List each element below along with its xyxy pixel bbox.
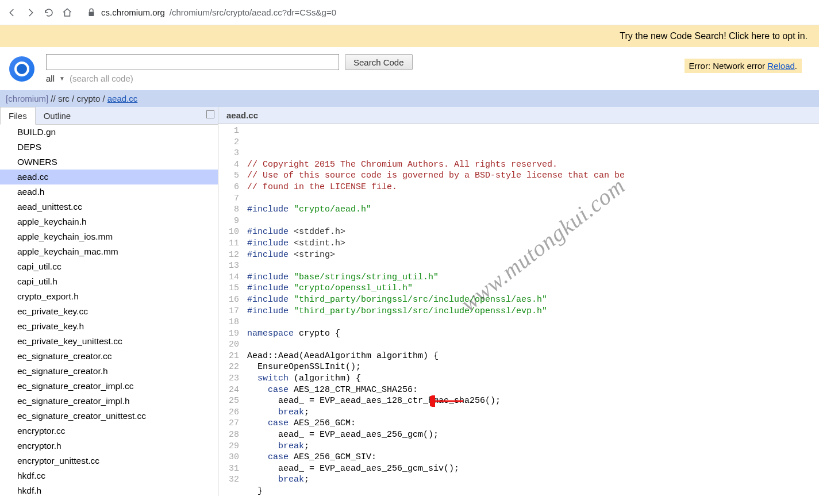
- sidebar-tabs: Files Outline: [0, 107, 218, 125]
- file-item[interactable]: encryptor.cc: [0, 424, 218, 438]
- file-item[interactable]: ec_signature_creator_unittest.cc: [0, 409, 218, 424]
- forward-icon[interactable]: [25, 7, 36, 18]
- line-number-gutter: 1234567891011121314151617181920212223242…: [218, 125, 244, 496]
- file-list[interactable]: BUILD.gnDEPSOWNERSaead.ccaead.haead_unit…: [0, 125, 218, 496]
- file-item[interactable]: BUILD.gn: [0, 125, 218, 140]
- error-badge: Error: Network error Reload.: [685, 59, 802, 73]
- code-line: #include "base/strings/string_util.h": [247, 272, 625, 283]
- search-scope[interactable]: all ▼ (search all code): [46, 74, 413, 83]
- file-item[interactable]: encryptor.h: [0, 438, 218, 453]
- svg-rect-0: [89, 11, 94, 16]
- code-line: break;: [247, 474, 625, 486]
- breadcrumb: [chromium] // src / crypto / aead.cc: [0, 90, 819, 107]
- search-input[interactable]: [46, 54, 339, 70]
- content: aead.cc 12345678910111213141516171819202…: [218, 107, 819, 496]
- code-line: #include <stdint.h>: [247, 238, 625, 249]
- file-item[interactable]: crypto_export.h: [0, 289, 218, 304]
- content-header: aead.cc: [218, 107, 819, 124]
- code-line: aead_ = EVP_aead_aes_256_gcm_siv();: [247, 463, 625, 475]
- file-item[interactable]: ec_signature_creator_impl.cc: [0, 379, 218, 394]
- file-item[interactable]: ec_signature_creator.h: [0, 364, 218, 379]
- code-line: #include <string>: [247, 249, 625, 261]
- code-line: [247, 317, 625, 328]
- code-line: // found in the LICENSE file.: [247, 182, 625, 193]
- file-item[interactable]: capi_util.h: [0, 274, 218, 289]
- file-item[interactable]: aead.cc: [0, 170, 218, 184]
- code-line: switch (algorithm) {: [247, 373, 625, 384]
- code-line: #include "crypto/aead.h": [247, 204, 625, 216]
- code-line: case AES_256_GCM_SIV:: [247, 452, 625, 463]
- file-item[interactable]: hkdf.cc: [0, 468, 218, 483]
- sidebar: Files Outline BUILD.gnDEPSOWNERSaead.cca…: [0, 107, 218, 496]
- file-item[interactable]: capi_util.cc: [0, 259, 218, 274]
- code-line: #include <stddef.h>: [247, 226, 625, 238]
- back-icon[interactable]: [7, 7, 17, 18]
- code-line: EnsureOpenSSLInit();: [247, 361, 625, 373]
- file-item[interactable]: hkdf.h: [0, 483, 218, 496]
- code-line: break;: [247, 407, 625, 418]
- error-label: Error: Network error: [689, 61, 768, 71]
- file-item[interactable]: apple_keychain_mac.mm: [0, 244, 218, 259]
- file-item[interactable]: aead_unittest.cc: [0, 199, 218, 214]
- file-item[interactable]: ec_private_key.h: [0, 319, 218, 334]
- file-item[interactable]: ec_private_key_unittest.cc: [0, 334, 218, 349]
- browser-toolbar: cs.chromium.org/chromium/src/crypto/aead…: [0, 0, 819, 25]
- tab-files[interactable]: Files: [0, 107, 36, 125]
- breadcrumb-seg[interactable]: src: [58, 94, 70, 103]
- code-line: namespace crypto {: [247, 328, 625, 340]
- url-host: cs.chromium.org: [101, 7, 165, 17]
- code-line: // Copyright 2015 The Chromium Authors. …: [247, 159, 625, 171]
- file-item[interactable]: DEPS: [0, 140, 218, 155]
- code-line: #include "third_party/boringssl/src/incl…: [247, 294, 625, 306]
- code-line: case AES_128_CTR_HMAC_SHA256:: [247, 384, 625, 396]
- file-item[interactable]: ec_private_key.cc: [0, 304, 218, 319]
- code-line: Aead::Aead(AeadAlgorithm algorithm) {: [247, 351, 625, 362]
- reload-link[interactable]: Reload: [767, 61, 795, 71]
- reload-icon[interactable]: [44, 7, 54, 18]
- breadcrumb-project[interactable]: [chromium]: [6, 94, 48, 103]
- code-line: [247, 193, 625, 205]
- chromium-logo: [9, 56, 34, 82]
- code-line: }: [247, 486, 625, 496]
- file-item[interactable]: aead.h: [0, 184, 218, 199]
- file-item[interactable]: OWNERS: [0, 155, 218, 170]
- lock-icon: [86, 7, 97, 18]
- breadcrumb-file[interactable]: aead.cc: [107, 94, 138, 103]
- code-line: case AES_256_GCM:: [247, 418, 625, 429]
- code-line: // Use of this source code is governed b…: [247, 170, 625, 182]
- scope-hint: (search all code): [70, 74, 133, 83]
- breadcrumb-seg[interactable]: crypto: [76, 94, 100, 103]
- code-line: break;: [247, 441, 625, 452]
- file-item[interactable]: ec_signature_creator.cc: [0, 349, 218, 364]
- search-area: Search Code all ▼ (search all code) Erro…: [0, 47, 819, 90]
- main: Files Outline BUILD.gnDEPSOWNERSaead.cca…: [0, 107, 819, 496]
- address-bar[interactable]: cs.chromium.org/chromium/src/crypto/aead…: [86, 7, 336, 18]
- panel-toggle-icon[interactable]: [206, 110, 214, 118]
- file-item[interactable]: apple_keychain_ios.mm: [0, 229, 218, 244]
- search-button[interactable]: Search Code: [345, 54, 413, 70]
- code-line: #include "third_party/boringssl/src/incl…: [247, 306, 625, 317]
- file-item[interactable]: apple_keychain.h: [0, 214, 218, 229]
- home-icon[interactable]: [62, 7, 72, 18]
- code-line: aead_ = EVP_aead_aes_256_gcm();: [247, 429, 625, 441]
- opt-in-banner[interactable]: Try the new Code Search! Click here to o…: [0, 25, 819, 47]
- file-item[interactable]: encryptor_unittest.cc: [0, 453, 218, 468]
- file-item[interactable]: ec_signature_creator_impl.h: [0, 394, 218, 409]
- code-line: #include "crypto/openssl_util.h": [247, 283, 625, 294]
- tab-outline[interactable]: Outline: [36, 107, 79, 124]
- code-line: aead_ = EVP_aead_aes_128_ctr_hmac_sha256…: [247, 395, 625, 407]
- scope-label: all: [46, 74, 55, 83]
- url-path: /chromium/src/crypto/aead.cc?dr=CSs&g=0: [170, 7, 336, 17]
- chevron-down-icon: ▼: [59, 75, 65, 82]
- code-line: [247, 216, 625, 227]
- code-area[interactable]: 1234567891011121314151617181920212223242…: [218, 124, 819, 496]
- code-line: [247, 260, 625, 272]
- code-line: [247, 339, 625, 351]
- code-body: // Copyright 2015 The Chromium Authors. …: [244, 125, 625, 496]
